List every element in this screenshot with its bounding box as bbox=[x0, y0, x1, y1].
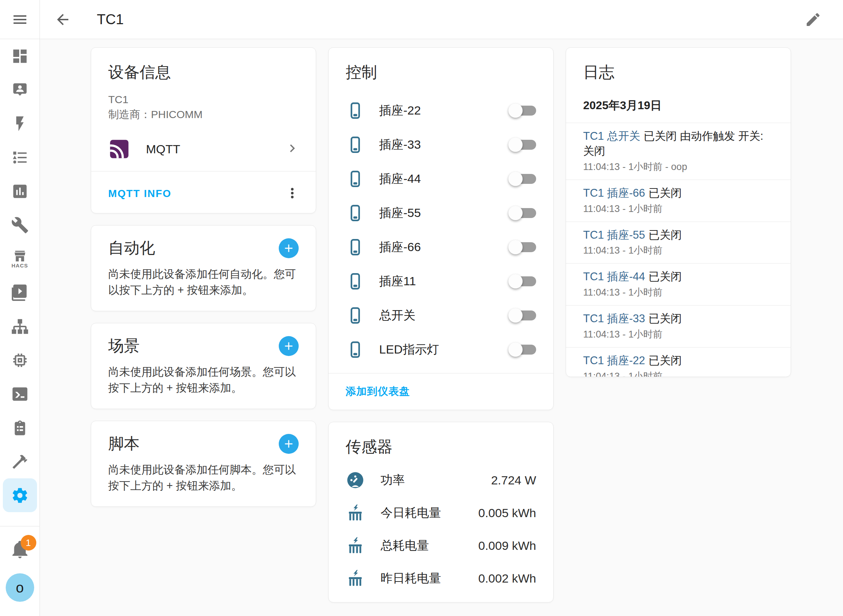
transmission-tower-icon bbox=[346, 569, 365, 588]
device-info-card: 设备信息 TC1 制造商：PHICOMM MQTT bbox=[91, 47, 316, 213]
mqtt-info-button[interactable]: MQTT INFO bbox=[108, 188, 171, 199]
list-bulleted-type-icon bbox=[11, 149, 29, 166]
control-row[interactable]: 总开关 bbox=[329, 298, 553, 333]
sidebar-item-hacs[interactable]: HACS bbox=[3, 242, 37, 276]
control-row[interactable]: LED指示灯 bbox=[329, 333, 553, 367]
sidebar-item-logbook[interactable] bbox=[3, 141, 37, 174]
add-script-button[interactable] bbox=[279, 434, 299, 454]
sensors-title: 传感器 bbox=[329, 422, 553, 458]
edit-device-button[interactable] bbox=[805, 11, 822, 28]
add-to-dashboard-button[interactable]: 添加到仪表盘 bbox=[346, 384, 410, 399]
plus-icon bbox=[282, 242, 295, 255]
integration-name: MQTT bbox=[146, 142, 284, 156]
toggle-switch[interactable] bbox=[510, 345, 536, 355]
logbook-entity-link[interactable]: TC1 插座-66 bbox=[583, 187, 645, 199]
sidebar-item-developer-tools[interactable] bbox=[3, 444, 37, 478]
logbook-entity-link[interactable]: TC1 插座-33 bbox=[583, 312, 645, 325]
sensor-label: 功率 bbox=[381, 472, 491, 488]
logbook-message: 已关闭 bbox=[649, 187, 682, 199]
sidebar-item-settings[interactable] bbox=[3, 478, 37, 512]
control-row[interactable]: 插座11 bbox=[329, 264, 553, 298]
scripts-empty-text: 尚未使用此设备添加任何脚本。您可以按下上方的 + 按钮来添加。 bbox=[91, 462, 316, 494]
toggle-switch[interactable] bbox=[510, 311, 536, 320]
sidebar: HACS 1 o bbox=[0, 0, 40, 616]
logbook-entry: TC1 插座-33已关闭 11:04:13 - 1小时前 bbox=[566, 305, 791, 347]
sidebar-item-todo[interactable] bbox=[3, 411, 37, 444]
clipboard-list-icon bbox=[11, 419, 29, 437]
notification-badge: 1 bbox=[21, 535, 36, 550]
sidebar-item-energy[interactable] bbox=[3, 107, 37, 141]
toggle-switch[interactable] bbox=[510, 208, 536, 218]
hammer-icon bbox=[11, 453, 29, 471]
sidebar-item-people[interactable] bbox=[3, 73, 37, 107]
sidebar-bottom: 1 o bbox=[0, 526, 40, 616]
sidebar-item-terminal[interactable] bbox=[3, 377, 37, 411]
control-label: 插座11 bbox=[379, 273, 510, 289]
sidebar-item-devices[interactable] bbox=[3, 343, 37, 377]
sidebar-item-integrations[interactable] bbox=[3, 309, 37, 343]
arrow-left-icon bbox=[54, 11, 71, 28]
column-logbook: 日志 2025年3月19日 TC1 总开关已关闭 由动作触发 开关: 关闭 11… bbox=[566, 47, 791, 616]
control-row[interactable]: 插座-44 bbox=[329, 162, 553, 196]
dots-vertical-icon bbox=[284, 185, 300, 201]
scenes-card: 场景 尚未使用此设备添加任何场景。您可以按下上方的 + 按钮来添加。 bbox=[91, 323, 316, 409]
sidebar-item-history[interactable] bbox=[3, 174, 37, 208]
control-label: 插座-55 bbox=[379, 205, 510, 221]
content: 设备信息 TC1 制造商：PHICOMM MQTT bbox=[40, 39, 843, 616]
control-label: 总开关 bbox=[379, 307, 510, 324]
logbook-date-header: 2025年3月19日 bbox=[566, 83, 791, 123]
terminal-icon bbox=[11, 385, 29, 403]
control-row[interactable]: 插座-22 bbox=[329, 94, 553, 128]
mqtt-logo-icon bbox=[108, 138, 130, 160]
logbook-entity-link[interactable]: TC1 插座-55 bbox=[583, 229, 645, 241]
power-strip-icon bbox=[346, 306, 365, 325]
add-scene-button[interactable] bbox=[279, 336, 299, 356]
power-strip-icon bbox=[346, 135, 365, 154]
toggle-switch[interactable] bbox=[510, 106, 536, 116]
sensor-row[interactable]: 总耗电量 0.009 kWh bbox=[329, 529, 553, 562]
sensor-row[interactable]: 昨日耗电量 0.002 kWh bbox=[329, 562, 553, 595]
column-device: 设备信息 TC1 制造商：PHICOMM MQTT bbox=[91, 47, 316, 616]
logbook-entry: TC1 总开关已关闭 由动作触发 开关: 关闭 11:04:13 - 1小时前 … bbox=[566, 123, 791, 180]
sidebar-menu-button[interactable] bbox=[0, 0, 40, 39]
sensor-row[interactable]: 功率 2.724 W bbox=[329, 464, 553, 497]
automations-card: 自动化 尚未使用此设备添加任何自动化。您可以按下上方的 + 按钮来添加。 bbox=[91, 225, 316, 311]
page-title: TC1 bbox=[97, 12, 124, 27]
integration-row[interactable]: MQTT bbox=[91, 133, 316, 165]
logbook-message: 已关闭 bbox=[649, 354, 682, 367]
toggle-switch[interactable] bbox=[510, 242, 536, 252]
control-row[interactable]: 插座-33 bbox=[329, 128, 553, 162]
gear-icon bbox=[11, 487, 29, 505]
toggle-switch[interactable] bbox=[510, 276, 536, 286]
person-badge-icon bbox=[11, 81, 29, 99]
logbook-title: 日志 bbox=[566, 48, 791, 83]
hacs-store-icon bbox=[12, 249, 28, 263]
control-label: 插座-22 bbox=[379, 103, 510, 119]
sidebar-item-overview[interactable] bbox=[3, 39, 37, 73]
avatar[interactable]: o bbox=[6, 573, 34, 602]
device-subinfo: TC1 制造商：PHICOMM bbox=[91, 92, 316, 122]
more-options-button[interactable] bbox=[284, 185, 302, 202]
notifications-button[interactable]: 1 bbox=[10, 539, 30, 559]
logbook-message: 已关闭 bbox=[649, 270, 682, 283]
add-automation-button[interactable] bbox=[279, 238, 299, 258]
toggle-switch[interactable] bbox=[510, 140, 536, 150]
automations-empty-text: 尚未使用此设备添加任何自动化。您可以按下上方的 + 按钮来添加。 bbox=[91, 266, 316, 298]
logbook-entity-link[interactable]: TC1 总开关 bbox=[583, 130, 640, 142]
sidebar-item-tools[interactable] bbox=[3, 208, 37, 242]
control-row[interactable]: 插座-66 bbox=[329, 230, 553, 264]
control-row[interactable]: 插座-55 bbox=[329, 196, 553, 230]
controls-list: 插座-22 插座-33 插座-44 插座 bbox=[329, 83, 553, 367]
sensor-row[interactable]: 今日耗电量 0.005 kWh bbox=[329, 497, 553, 529]
sensor-value: 0.002 kWh bbox=[478, 572, 536, 585]
logbook-entity-link[interactable]: TC1 插座-44 bbox=[583, 270, 645, 283]
scripts-card: 脚本 尚未使用此设备添加任何脚本。您可以按下上方的 + 按钮来添加。 bbox=[91, 421, 316, 507]
control-label: 插座-66 bbox=[379, 239, 510, 255]
lightning-bolt-icon bbox=[11, 115, 29, 133]
back-button[interactable] bbox=[54, 11, 71, 28]
sidebar-item-media[interactable] bbox=[3, 276, 37, 309]
logbook-entity-link[interactable]: TC1 插座-22 bbox=[583, 354, 645, 367]
control-label: 插座-44 bbox=[379, 171, 510, 187]
scenes-title: 场景 bbox=[108, 335, 140, 356]
toggle-switch[interactable] bbox=[510, 174, 536, 184]
